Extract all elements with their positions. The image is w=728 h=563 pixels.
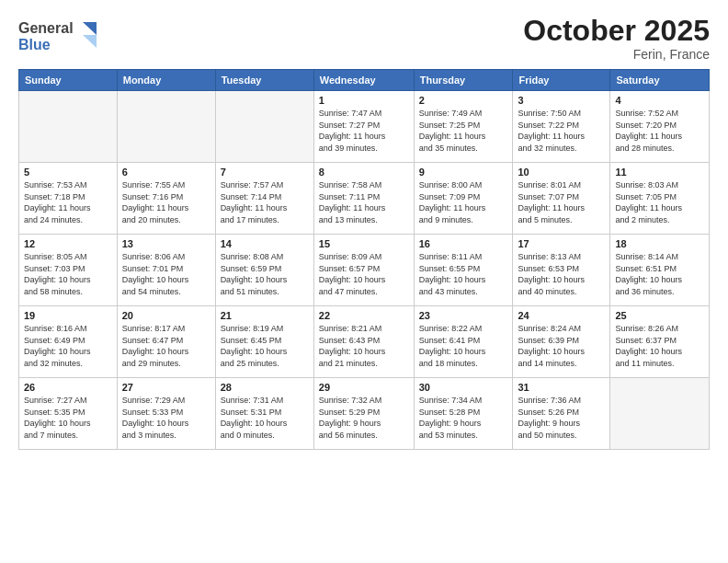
week-row-2: 5Sunrise: 7:53 AM Sunset: 7:18 PM Daylig… [19,163,710,235]
day-number: 10 [518,167,605,178]
day-info: Sunrise: 8:09 AM Sunset: 6:57 PM Dayligh… [319,251,409,297]
day-number: 29 [319,382,409,393]
day-cell: 4Sunrise: 7:52 AM Sunset: 7:20 PM Daylig… [610,91,710,163]
day-info: Sunrise: 7:27 AM Sunset: 5:35 PM Dayligh… [24,395,112,441]
week-row-5: 26Sunrise: 7:27 AM Sunset: 5:35 PM Dayli… [19,378,710,450]
day-cell: 3Sunrise: 7:50 AM Sunset: 7:22 PM Daylig… [513,91,610,163]
day-cell: 13Sunrise: 8:06 AM Sunset: 7:01 PM Dayli… [117,235,215,306]
weekday-header-friday: Friday [513,70,610,91]
day-info: Sunrise: 7:32 AM Sunset: 5:29 PM Dayligh… [319,395,409,441]
week-row-3: 12Sunrise: 8:05 AM Sunset: 7:03 PM Dayli… [19,235,710,306]
day-cell: 21Sunrise: 8:19 AM Sunset: 6:45 PM Dayli… [215,306,313,378]
day-number: 19 [24,310,112,321]
day-info: Sunrise: 8:11 AM Sunset: 6:55 PM Dayligh… [419,251,508,297]
month-title: October 2025 [523,15,710,47]
weekday-header-wednesday: Wednesday [313,70,414,91]
day-cell: 29Sunrise: 7:32 AM Sunset: 5:29 PM Dayli… [313,378,414,450]
day-number: 28 [221,382,309,393]
day-number: 13 [122,238,210,249]
day-info: Sunrise: 8:06 AM Sunset: 7:01 PM Dayligh… [122,251,210,297]
day-cell: 6Sunrise: 7:55 AM Sunset: 7:16 PM Daylig… [117,163,215,235]
day-cell: 14Sunrise: 8:08 AM Sunset: 6:59 PM Dayli… [215,235,313,306]
day-cell: 11Sunrise: 8:03 AM Sunset: 7:05 PM Dayli… [610,163,710,235]
weekday-header-tuesday: Tuesday [215,70,313,91]
weekday-header-row: SundayMondayTuesdayWednesdayThursdayFrid… [19,70,710,91]
day-number: 24 [518,310,605,321]
logo-text: General Blue [18,15,101,59]
day-number: 25 [615,310,704,321]
week-row-1: 1Sunrise: 7:47 AM Sunset: 7:27 PM Daylig… [19,91,710,163]
day-number: 15 [319,238,409,249]
day-number: 7 [221,167,309,178]
svg-text:General: General [18,20,74,36]
day-cell: 17Sunrise: 8:13 AM Sunset: 6:53 PM Dayli… [513,235,610,306]
day-cell: 27Sunrise: 7:29 AM Sunset: 5:33 PM Dayli… [117,378,215,450]
day-number: 4 [615,95,704,106]
day-cell: 16Sunrise: 8:11 AM Sunset: 6:55 PM Dayli… [414,235,513,306]
day-cell: 8Sunrise: 7:58 AM Sunset: 7:11 PM Daylig… [313,163,414,235]
day-number: 22 [319,310,409,321]
day-cell [610,378,710,450]
day-info: Sunrise: 8:03 AM Sunset: 7:05 PM Dayligh… [615,179,704,225]
day-info: Sunrise: 7:57 AM Sunset: 7:14 PM Dayligh… [221,179,309,225]
day-number: 30 [419,382,508,393]
day-cell: 26Sunrise: 7:27 AM Sunset: 5:35 PM Dayli… [19,378,118,450]
day-number: 26 [24,382,112,393]
day-number: 17 [518,238,605,249]
day-number: 6 [122,167,210,178]
day-number: 14 [221,238,309,249]
day-cell: 22Sunrise: 8:21 AM Sunset: 6:43 PM Dayli… [313,306,414,378]
day-number: 16 [419,238,508,249]
day-cell [215,91,313,163]
week-row-4: 19Sunrise: 8:16 AM Sunset: 6:49 PM Dayli… [19,306,710,378]
day-cell: 23Sunrise: 8:22 AM Sunset: 6:41 PM Dayli… [414,306,513,378]
day-cell: 5Sunrise: 7:53 AM Sunset: 7:18 PM Daylig… [19,163,118,235]
title-area: October 2025 Ferin, France [523,15,710,62]
calendar-table: SundayMondayTuesdayWednesdayThursdayFrid… [18,69,710,450]
weekday-header-thursday: Thursday [414,70,513,91]
day-info: Sunrise: 7:49 AM Sunset: 7:25 PM Dayligh… [419,108,508,154]
day-info: Sunrise: 8:08 AM Sunset: 6:59 PM Dayligh… [221,251,309,297]
day-info: Sunrise: 8:13 AM Sunset: 6:53 PM Dayligh… [518,251,605,297]
day-number: 18 [615,238,704,249]
day-cell: 31Sunrise: 7:36 AM Sunset: 5:26 PM Dayli… [513,378,610,450]
day-info: Sunrise: 8:17 AM Sunset: 6:47 PM Dayligh… [122,323,210,369]
day-info: Sunrise: 8:24 AM Sunset: 6:39 PM Dayligh… [518,323,605,369]
day-number: 11 [615,167,704,178]
day-cell: 10Sunrise: 8:01 AM Sunset: 7:07 PM Dayli… [513,163,610,235]
day-info: Sunrise: 8:05 AM Sunset: 7:03 PM Dayligh… [24,251,112,297]
day-number: 27 [122,382,210,393]
day-info: Sunrise: 7:47 AM Sunset: 7:27 PM Dayligh… [319,108,409,154]
day-number: 31 [518,382,605,393]
day-cell: 30Sunrise: 7:34 AM Sunset: 5:28 PM Dayli… [414,378,513,450]
day-info: Sunrise: 8:21 AM Sunset: 6:43 PM Dayligh… [319,323,409,369]
day-cell: 28Sunrise: 7:31 AM Sunset: 5:31 PM Dayli… [215,378,313,450]
day-info: Sunrise: 7:58 AM Sunset: 7:11 PM Dayligh… [319,179,409,225]
day-info: Sunrise: 8:22 AM Sunset: 6:41 PM Dayligh… [419,323,508,369]
day-info: Sunrise: 7:50 AM Sunset: 7:22 PM Dayligh… [518,108,605,154]
svg-marker-2 [83,22,97,35]
day-number: 8 [319,167,409,178]
day-cell: 9Sunrise: 8:00 AM Sunset: 7:09 PM Daylig… [414,163,513,235]
day-info: Sunrise: 7:34 AM Sunset: 5:28 PM Dayligh… [419,395,508,441]
day-cell: 1Sunrise: 7:47 AM Sunset: 7:27 PM Daylig… [313,91,414,163]
day-info: Sunrise: 7:36 AM Sunset: 5:26 PM Dayligh… [518,395,605,441]
location: Ferin, France [523,47,710,62]
day-number: 21 [221,310,309,321]
day-number: 20 [122,310,210,321]
day-number: 9 [419,167,508,178]
day-cell: 25Sunrise: 8:26 AM Sunset: 6:37 PM Dayli… [610,306,710,378]
day-info: Sunrise: 8:14 AM Sunset: 6:51 PM Dayligh… [615,251,704,297]
day-cell: 24Sunrise: 8:24 AM Sunset: 6:39 PM Dayli… [513,306,610,378]
day-cell: 20Sunrise: 8:17 AM Sunset: 6:47 PM Dayli… [117,306,215,378]
day-info: Sunrise: 8:26 AM Sunset: 6:37 PM Dayligh… [615,323,704,369]
day-number: 23 [419,310,508,321]
day-cell: 18Sunrise: 8:14 AM Sunset: 6:51 PM Dayli… [610,235,710,306]
day-info: Sunrise: 7:55 AM Sunset: 7:16 PM Dayligh… [122,179,210,225]
svg-text:Blue: Blue [18,37,51,52]
day-cell: 7Sunrise: 7:57 AM Sunset: 7:14 PM Daylig… [215,163,313,235]
day-cell [117,91,215,163]
day-info: Sunrise: 8:16 AM Sunset: 6:49 PM Dayligh… [24,323,112,369]
day-cell: 12Sunrise: 8:05 AM Sunset: 7:03 PM Dayli… [19,235,118,306]
day-info: Sunrise: 8:19 AM Sunset: 6:45 PM Dayligh… [221,323,309,369]
